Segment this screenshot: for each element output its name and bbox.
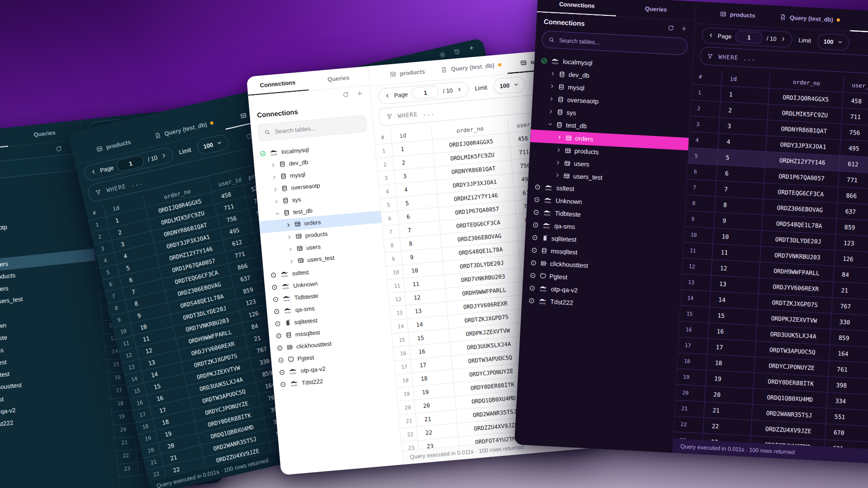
chevron-right-icon[interactable]	[556, 147, 562, 153]
cell-user_id[interactable]: 21	[832, 282, 868, 300]
chevron-right-icon[interactable]	[274, 198, 279, 204]
cell-#[interactable]: 4	[689, 132, 719, 149]
prev-page-icon[interactable]	[384, 93, 390, 99]
cell-user_id[interactable]: 495	[840, 140, 868, 158]
cell-user_id[interactable]: 756	[840, 124, 868, 142]
cell-#[interactable]: 3	[377, 170, 395, 185]
cell-user_id[interactable]: 637	[836, 203, 868, 221]
cell-id[interactable]: 3	[718, 117, 767, 136]
chevron-right-icon[interactable]	[548, 109, 554, 115]
chevron-down-icon[interactable]	[547, 121, 553, 127]
refresh-icon[interactable]	[342, 91, 349, 98]
page-pill[interactable]: Page 1 / 10	[377, 81, 469, 104]
cell-#[interactable]: 6	[381, 211, 398, 225]
cell-#[interactable]: 17	[394, 360, 411, 374]
ai-sparkle-icon[interactable]	[467, 44, 476, 52]
cell-#[interactable]: 18	[677, 353, 707, 370]
cell-#[interactable]: 1	[691, 84, 721, 101]
chevron-right-icon[interactable]	[270, 162, 276, 168]
cell-id[interactable]: 7	[715, 181, 764, 199]
next-page-icon[interactable]	[457, 87, 462, 93]
cell-id[interactable]: 10	[713, 228, 762, 246]
cell-#[interactable]: 21	[675, 400, 704, 417]
chevron-right-icon[interactable]	[549, 84, 555, 89]
cell-#[interactable]: 11	[683, 243, 713, 259]
page-pill[interactable]: Page 1 / 10	[702, 27, 793, 47]
cell-#[interactable]: 19	[396, 387, 414, 401]
column-header-#[interactable]: #	[374, 130, 392, 145]
cell-id[interactable]: 2	[719, 102, 768, 120]
cell-#[interactable]: 10	[684, 227, 714, 244]
chevron-right-icon[interactable]	[557, 135, 562, 141]
cell-id[interactable]: 4	[718, 133, 767, 151]
cell-user_id[interactable]: 84	[833, 266, 868, 284]
cell-id[interactable]: 18	[706, 355, 755, 373]
cell-id[interactable]: 6	[716, 165, 765, 183]
tab-orders[interactable]: orders	[850, 9, 868, 34]
cell-id[interactable]: 17	[707, 339, 756, 357]
cell-id[interactable]: 21	[703, 402, 752, 420]
chevron-right-icon[interactable]	[288, 246, 293, 252]
cell-#[interactable]: 14	[391, 319, 408, 333]
cell-#[interactable]: 20	[398, 400, 415, 414]
cell-user_id[interactable]: 767	[831, 298, 868, 316]
chevron-right-icon[interactable]	[271, 174, 277, 180]
cell-#[interactable]: 18	[396, 373, 413, 388]
cell-user_id[interactable]: 859	[830, 329, 868, 347]
limit-select[interactable]: 100	[195, 133, 230, 156]
chevron-right-icon[interactable]	[555, 172, 561, 178]
cell-user_id[interactable]: 859	[835, 219, 868, 237]
chevron-down-icon[interactable]	[274, 211, 280, 216]
cell-#[interactable]: 8	[384, 238, 401, 253]
cell-user_id[interactable]: 164	[829, 345, 868, 363]
cell-#[interactable]: 15	[392, 333, 409, 347]
cell-#[interactable]: 11	[387, 278, 404, 293]
cell-#[interactable]: 16	[679, 321, 709, 338]
cell-user_id[interactable]: 398	[827, 377, 868, 395]
cell-id[interactable]: 12	[711, 260, 760, 278]
page-number-input[interactable]: 1	[411, 85, 439, 99]
cell-#[interactable]: 21	[399, 413, 416, 428]
cell-user_id[interactable]: 612	[839, 155, 868, 174]
chevron-right-icon[interactable]	[272, 186, 278, 192]
cell-id[interactable]: 20	[704, 386, 753, 404]
column-header-#[interactable]: #	[692, 69, 722, 85]
cell-#[interactable]: 19	[676, 369, 706, 385]
cell-user_id[interactable]: 711	[841, 108, 868, 127]
cell-#[interactable]: 4	[379, 184, 396, 198]
cell-#[interactable]: 12	[682, 258, 712, 275]
cell-#[interactable]: 10	[386, 265, 403, 280]
page-number-input[interactable]: 1	[735, 31, 763, 44]
cell-#[interactable]: 22	[400, 427, 417, 441]
cell-user_id[interactable]: 761	[828, 361, 868, 379]
cell-#[interactable]: 2	[690, 100, 720, 117]
cell-#[interactable]: 17	[678, 337, 708, 354]
chevron-right-icon[interactable]	[287, 234, 292, 240]
cell-#[interactable]: 13	[681, 274, 711, 291]
cell-id[interactable]: 16	[708, 323, 757, 341]
cell-user_id[interactable]: 126	[834, 250, 868, 268]
limit-select[interactable]: 100	[493, 76, 526, 94]
cell-#[interactable]: 14	[680, 290, 710, 306]
cell-id[interactable]: 11	[712, 244, 761, 262]
cell-id[interactable]: 22	[703, 418, 752, 436]
cell-#[interactable]: 3	[689, 116, 719, 133]
cell-user_id[interactable]: 551	[826, 408, 868, 427]
next-page-icon[interactable]	[780, 36, 786, 42]
cell-user_id[interactable]: 670	[825, 424, 868, 442]
cell-#[interactable]: 6	[687, 164, 717, 180]
cell-id[interactable]: 1	[720, 86, 769, 104]
cell-user_id[interactable]: 458	[842, 93, 868, 111]
chevron-right-icon[interactable]	[555, 160, 561, 166]
cell-#[interactable]: 20	[675, 385, 705, 401]
cell-#[interactable]: 9	[684, 211, 714, 228]
prev-page-icon[interactable]	[708, 33, 714, 38]
chevron-right-icon[interactable]	[550, 71, 556, 77]
cell-#[interactable]: 8	[685, 195, 715, 212]
tab-query[interactable]: Query (test_db)	[769, 5, 851, 31]
column-header-id[interactable]: id	[721, 70, 770, 89]
prev-page-icon[interactable]	[90, 169, 96, 175]
cell-user_id[interactable]: 123	[835, 235, 868, 253]
cell-#[interactable]: 16	[393, 346, 410, 361]
refresh-icon[interactable]	[667, 24, 675, 32]
